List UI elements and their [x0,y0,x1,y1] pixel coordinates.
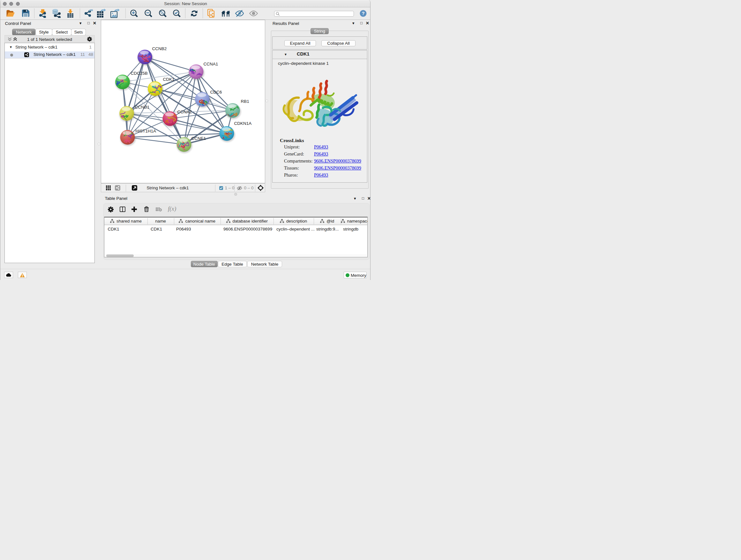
svg-text:CCNE1: CCNE1 [191,136,206,141]
svg-text:CDC6: CDC6 [210,90,222,95]
svg-text:CCNB1: CCNB1 [135,105,149,110]
svg-text:?: ? [361,10,364,16]
svg-text:CCNA1: CCNA1 [203,62,218,66]
svg-text:CDK1: CDK1 [163,77,174,82]
svg-text:HIST1H1A: HIST1H1A [135,129,156,133]
svg-text:CCNB2: CCNB2 [152,46,166,51]
svg-text:RB1: RB1 [241,99,249,104]
svg-text:CCNA2: CCNA2 [177,110,192,114]
svg-text:CDKN1A: CDKN1A [234,121,252,126]
svg-text:CDC25B: CDC25B [131,71,147,76]
